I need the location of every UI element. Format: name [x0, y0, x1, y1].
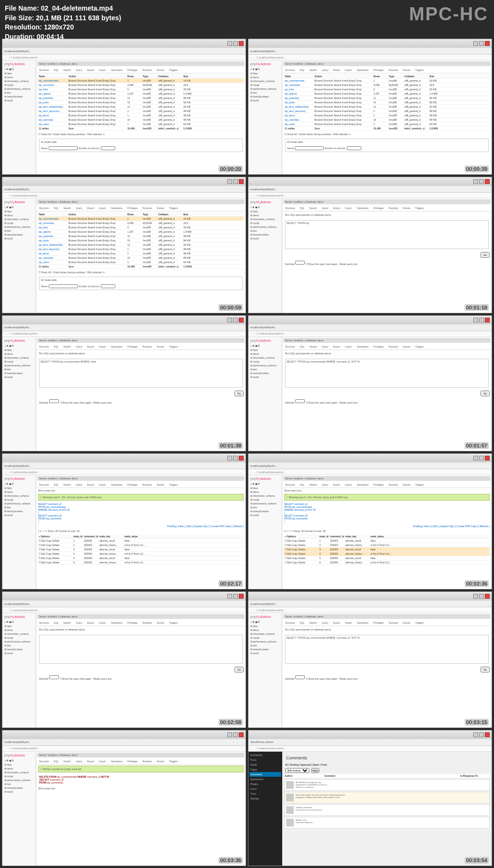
close-button[interactable]: [485, 41, 490, 46]
result-row[interactable]: ☐ Edit Copy Delete 5 225406 akismet_resu…: [38, 556, 244, 560]
tree-item[interactable]: ⊞ information_schema: [249, 217, 281, 221]
tab-search[interactable]: Search: [308, 68, 318, 72]
tab-import[interactable]: Import: [344, 68, 353, 72]
wp-menu-dashboard[interactable]: Dashboard: [249, 753, 281, 757]
browser-tab[interactable]: WordPress Admin: [248, 739, 492, 746]
tree-item[interactable]: ⊞ demo: [3, 490, 35, 494]
tab-import[interactable]: Import: [98, 759, 107, 763]
address-bar[interactable]: ← → C localhost/phpmyadmin/...: [2, 193, 246, 198]
tree-item[interactable]: ⊞ New: [3, 624, 35, 628]
tab-events[interactable]: Events: [156, 345, 165, 349]
tab-structure[interactable]: Structure: [284, 68, 296, 72]
table-row[interactable]: wp_term_relationships Browse Structure S…: [38, 105, 244, 109]
tab-search[interactable]: Search: [308, 345, 318, 349]
wp-menu-users[interactable]: Users: [249, 786, 281, 791]
minimize-button[interactable]: [227, 594, 232, 599]
maximize-button[interactable]: [233, 456, 238, 461]
column-count-input[interactable]: [101, 284, 115, 288]
tree-item[interactable]: ⊞ wordl: [249, 513, 281, 517]
table-row[interactable]: wp_users Browse Structure Search Insert …: [284, 122, 490, 126]
tree-item[interactable]: ⊞ performance_schema: [249, 640, 281, 644]
close-button[interactable]: [239, 456, 244, 461]
wp-menu-plugins[interactable]: Plugins: [249, 782, 281, 786]
tab-events[interactable]: Events: [156, 759, 165, 763]
tab-import[interactable]: Import: [98, 206, 107, 210]
tree-item[interactable]: ⊞ New: [3, 763, 35, 767]
tree-item[interactable]: ⊞ information_schema: [249, 632, 281, 636]
maximize-button[interactable]: [479, 594, 484, 599]
tree-item[interactable]: ⊞ demo: [3, 352, 35, 356]
tab-sql[interactable]: SQL: [299, 621, 305, 625]
tree-item[interactable]: ⊞ mysql: [249, 636, 281, 640]
minimize-button[interactable]: [227, 732, 232, 737]
tree-item[interactable]: ⊞ New: [3, 348, 35, 352]
address-bar[interactable]: ← → C localhost/phpmyadmin/...: [248, 746, 492, 752]
go-button[interactable]: Go: [480, 252, 490, 258]
tab-query[interactable]: Query: [321, 68, 329, 72]
tree-item[interactable]: ⊞ mysql: [249, 83, 281, 87]
tree-item[interactable]: ⊞ New: [3, 210, 35, 213]
table-row[interactable]: wp_comments Browse Structure Search Inse…: [38, 221, 244, 225]
close-button[interactable]: [485, 179, 490, 184]
tree-item[interactable]: ⊞ information_schema: [249, 494, 281, 498]
minimize-button[interactable]: [473, 456, 478, 461]
tab-privileges[interactable]: Privileges: [126, 759, 139, 763]
tab-export[interactable]: Export: [332, 206, 341, 210]
table-name-input[interactable]: [49, 146, 78, 150]
tab-routines[interactable]: Routines: [142, 345, 153, 349]
browser-tab[interactable]: localhost/phpMyAd...: [2, 48, 246, 55]
tree-item[interactable]: ⊞ test: [3, 91, 35, 95]
tree-item[interactable]: ⊞ twentyfourteen: [3, 786, 35, 790]
apply-button[interactable]: Apply: [311, 768, 319, 773]
tree-item[interactable]: ⊞ twentyfourteen: [249, 509, 281, 513]
tree-item[interactable]: ⊞ demo: [249, 628, 281, 632]
minimize-button[interactable]: [473, 318, 478, 322]
browser-tab[interactable]: localhost/phpMyAd...: [248, 186, 492, 193]
sql-textarea[interactable]: SELECT * FROM wp_commentmeta WHERE `comm…: [285, 635, 489, 664]
tab-export[interactable]: Export: [86, 68, 95, 72]
table-row[interactable]: wp_terms Browse Structure Search Insert …: [38, 113, 244, 118]
tree-item[interactable]: ⊞ performance_schema: [3, 640, 35, 644]
tree-item[interactable]: ⊞ information_schema: [3, 770, 35, 774]
maximize-button[interactable]: [479, 318, 484, 322]
tree-item[interactable]: ⊞ mysql: [3, 774, 35, 778]
tree-item[interactable]: ⊞ wordl: [3, 237, 35, 240]
tab-search[interactable]: Search: [308, 206, 318, 210]
tab-search[interactable]: Search: [62, 206, 72, 210]
go-button[interactable]: Go: [480, 667, 490, 672]
result-row[interactable]: ☐ Edit Copy Delete 2 225403 akismet_hist…: [284, 543, 490, 547]
tree-item[interactable]: ⊞ twentyfourteen: [3, 647, 35, 651]
close-button[interactable]: [239, 594, 244, 599]
tab-triggers[interactable]: Triggers: [414, 345, 425, 349]
tab-events[interactable]: Events: [402, 206, 411, 210]
table-row[interactable]: wp_commentmeta Browse Structure Search I…: [38, 79, 244, 83]
tab-events[interactable]: Events: [402, 621, 411, 625]
table-row[interactable]: wp_terms Browse Structure Search Insert …: [38, 252, 244, 256]
tab-query[interactable]: Query: [75, 483, 83, 487]
delimiter-input[interactable]: [295, 675, 305, 679]
tab-structure[interactable]: Structure: [284, 483, 296, 487]
tab-events[interactable]: Events: [402, 345, 411, 349]
tab-search[interactable]: Search: [62, 345, 72, 349]
wp-menu-posts[interactable]: Posts: [249, 757, 281, 762]
address-bar[interactable]: ← → C localhost/phpmyadmin/...: [2, 746, 246, 752]
tree-item[interactable]: ⊞ performance_schema: [3, 225, 35, 229]
tab-privileges[interactable]: Privileges: [126, 206, 139, 210]
tree-item[interactable]: ⊞ information_schema: [249, 79, 281, 83]
result-row[interactable]: ☐ Edit Copy Delete 4 225405 akismet_hist…: [284, 552, 490, 556]
tab-operations[interactable]: Operations: [356, 206, 369, 210]
close-button[interactable]: [485, 594, 490, 599]
tab-privileges[interactable]: Privileges: [126, 68, 139, 72]
go-button[interactable]: Go: [234, 391, 244, 396]
tree-item[interactable]: ⊞ test: [249, 505, 281, 509]
tab-query[interactable]: Query: [321, 345, 329, 349]
minimize-button[interactable]: [473, 41, 478, 46]
address-bar[interactable]: ← → C localhost/phpmyadmin/...: [248, 331, 492, 337]
tab-sql[interactable]: SQL: [299, 483, 305, 487]
browser-tab[interactable]: localhost/phpMyAd...: [248, 324, 492, 331]
tab-import[interactable]: Import: [344, 483, 353, 487]
sql-textarea[interactable]: [39, 635, 243, 664]
tab-operations[interactable]: Operations: [110, 345, 123, 349]
browser-tab[interactable]: localhost/phpMyAd...: [248, 601, 492, 607]
tab-operations[interactable]: Operations: [356, 621, 369, 625]
